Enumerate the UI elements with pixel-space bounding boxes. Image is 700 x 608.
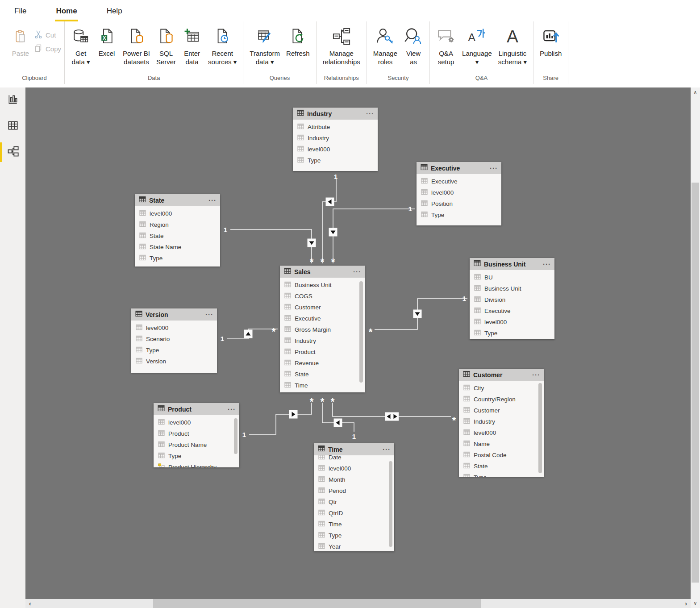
field-row-time[interactable]: Time xyxy=(280,380,365,391)
scroll-right-icon[interactable]: › xyxy=(685,599,687,608)
field-row-type[interactable]: Type xyxy=(293,155,378,166)
more-options-icon[interactable]: ··· xyxy=(490,166,498,171)
table-card-business-unit[interactable]: Business Unit···BUBusiness UnitDivisionE… xyxy=(470,258,554,339)
get-data-button[interactable]: Getdata ▾ xyxy=(68,25,94,67)
table-card-time[interactable]: Time···Datelevel000MonthPeriodQtrQtrIDTi… xyxy=(314,443,394,551)
table-header[interactable]: Executive··· xyxy=(417,162,501,174)
field-row-industry[interactable]: Industry xyxy=(293,133,378,144)
transform-data-button[interactable]: Transformdata ▾ xyxy=(246,25,283,67)
field-row-state[interactable]: State xyxy=(280,369,365,380)
more-options-icon[interactable]: ··· xyxy=(383,447,391,452)
relationship-product-sales[interactable]: 1* xyxy=(242,396,314,438)
sidebar-item-data-view[interactable] xyxy=(0,113,25,139)
field-row-attribute[interactable]: Attribute xyxy=(293,121,378,133)
field-row-type[interactable]: Type xyxy=(314,530,394,541)
recent-sources-button[interactable]: Recentsources ▾ xyxy=(205,25,240,67)
field-row-qtr[interactable]: Qtr xyxy=(314,496,394,508)
table-header[interactable]: Customer··· xyxy=(459,369,544,381)
field-row-product[interactable]: Product xyxy=(280,346,365,358)
language-button[interactable]: ALanguage▾ xyxy=(459,25,495,67)
field-row-level000[interactable]: level000 xyxy=(135,208,220,219)
scroll-up-icon[interactable]: ∧ xyxy=(691,89,700,96)
field-row-state-name[interactable]: State Name xyxy=(135,242,220,253)
table-card-product[interactable]: Product···level000ProductProduct NameTyp… xyxy=(154,403,239,467)
table-header[interactable]: Sales··· xyxy=(280,266,365,278)
field-row-gross-margin[interactable]: Gross Margin xyxy=(280,324,365,335)
field-row-city[interactable]: City xyxy=(459,383,544,394)
tab-home[interactable]: Home xyxy=(55,3,78,21)
field-row-year[interactable]: Year xyxy=(314,541,394,551)
table-header[interactable]: Version··· xyxy=(131,308,217,321)
field-row-date[interactable]: Date xyxy=(314,455,394,463)
field-row-scenario[interactable]: Scenario xyxy=(131,333,217,345)
table-header[interactable]: Product··· xyxy=(154,403,239,415)
power-bi-datasets-button[interactable]: Power BIdatasets xyxy=(120,25,153,67)
field-row-level000[interactable]: level000 xyxy=(470,316,554,328)
enter-data-button[interactable]: Enterdata xyxy=(179,25,205,67)
relationship-businessunit-sales[interactable]: 1* xyxy=(369,295,467,338)
field-row-level000[interactable]: level000 xyxy=(293,144,378,155)
manage-relationships-button[interactable]: Managerelationships xyxy=(320,25,363,67)
more-options-icon[interactable]: ··· xyxy=(228,407,236,412)
relationship-time-sales[interactable]: 1* xyxy=(321,396,356,440)
relationship-executive-sales[interactable]: 1* xyxy=(329,205,415,268)
more-options-icon[interactable]: ··· xyxy=(543,262,551,267)
field-row-month[interactable]: Month xyxy=(314,474,394,485)
field-row-customer[interactable]: Customer xyxy=(459,405,544,416)
field-row-state[interactable]: State xyxy=(459,461,544,472)
more-options-icon[interactable]: ··· xyxy=(208,198,217,203)
field-row-bu[interactable]: BU xyxy=(470,272,554,283)
field-row-executive[interactable]: Executive xyxy=(417,176,501,187)
manage-roles-button[interactable]: Manageroles xyxy=(370,25,400,67)
horizontal-scroll-thumb[interactable] xyxy=(153,599,481,608)
field-row-business-unit[interactable]: Business Unit xyxy=(470,283,554,294)
linguistic-schema-button[interactable]: ALinguisticschema ▾ xyxy=(495,25,530,67)
view-as-button[interactable]: Viewas xyxy=(400,25,426,67)
table-header[interactable]: Time··· xyxy=(314,443,394,455)
relationship-version-sales[interactable]: 1* xyxy=(221,326,278,342)
field-row-revenue[interactable]: Revenue xyxy=(280,358,365,369)
more-options-icon[interactable]: ··· xyxy=(366,112,374,116)
more-options-icon[interactable]: ··· xyxy=(205,312,213,317)
field-row-type[interactable]: Type xyxy=(459,472,544,477)
scroll-down-icon[interactable]: ∨ xyxy=(691,600,700,606)
sidebar-item-report-view[interactable] xyxy=(0,87,25,113)
field-row-level000[interactable]: level000 xyxy=(417,187,501,198)
paste-button[interactable]: Paste xyxy=(8,25,33,58)
cut-button[interactable]: Cut xyxy=(33,29,61,41)
field-row-division[interactable]: Division xyxy=(470,294,554,305)
field-row-business-unit[interactable]: Business Unit xyxy=(280,279,365,291)
refresh-button[interactable]: Refresh xyxy=(283,25,313,58)
field-row-type[interactable]: Type xyxy=(131,345,217,356)
table-card-sales[interactable]: Sales···Business UnitCOGSCustomerExecuti… xyxy=(280,266,365,392)
field-row-postal-code[interactable]: Postal Code xyxy=(459,450,544,461)
field-row-type[interactable]: Type xyxy=(135,253,220,264)
publish-button[interactable]: Publish xyxy=(537,25,565,58)
field-row-product-name[interactable]: Product Name xyxy=(154,439,239,450)
field-row-customer[interactable]: Customer xyxy=(280,302,365,313)
table-card-customer[interactable]: Customer···CityCountry/RegionCustomerInd… xyxy=(459,369,544,477)
field-row-name[interactable]: Name xyxy=(459,438,544,450)
field-row-period[interactable]: Period xyxy=(314,485,394,496)
table-card-state[interactable]: State···level000RegionStateState NameTyp… xyxy=(135,194,220,267)
field-row-product-hierarchy[interactable]: Product Hierarchy xyxy=(154,462,239,467)
copy-button[interactable]: Copy xyxy=(33,43,61,54)
vertical-scrollbar[interactable]: ∧ ∨ xyxy=(691,87,700,608)
table-scrollbar[interactable] xyxy=(359,281,363,383)
field-row-country-region[interactable]: Country/Region xyxy=(459,394,544,405)
field-row-type[interactable]: Type xyxy=(417,209,501,221)
vertical-scroll-thumb[interactable] xyxy=(692,183,699,583)
field-row-state[interactable]: State xyxy=(135,230,220,242)
sidebar-item-model-view[interactable] xyxy=(0,139,25,165)
table-scrollbar[interactable] xyxy=(234,418,238,454)
table-header[interactable]: Industry··· xyxy=(293,108,378,120)
field-row-region[interactable]: Region xyxy=(135,219,220,230)
field-row-executive[interactable]: Executive xyxy=(470,305,554,316)
field-row-position[interactable]: Position xyxy=(417,198,501,209)
field-row-industry[interactable]: Industry xyxy=(459,416,544,427)
relationship-state-sales[interactable]: 1* xyxy=(224,226,316,268)
tab-file[interactable]: File xyxy=(13,3,27,21)
table-header[interactable]: State··· xyxy=(135,194,220,206)
field-row-qtrid[interactable]: QtrID xyxy=(314,508,394,519)
scroll-left-icon[interactable]: ‹ xyxy=(29,599,31,608)
